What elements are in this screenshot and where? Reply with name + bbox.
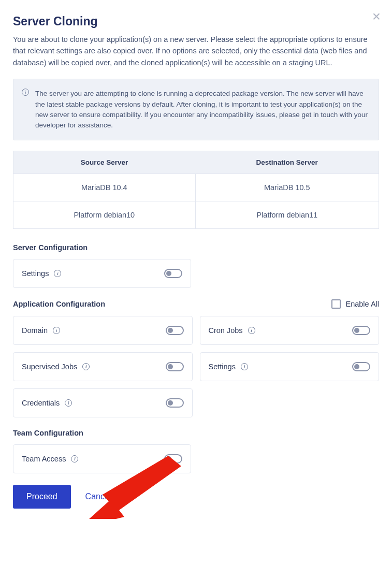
domain-label: Domain — [22, 326, 48, 335]
header-source: Source Server — [13, 151, 196, 174]
server-settings-card: Settings i — [13, 259, 191, 288]
info-icon[interactable]: i — [71, 455, 78, 462]
info-icon[interactable]: i — [82, 363, 90, 370]
app-settings-card: Settings i — [200, 352, 380, 381]
warning-panel: i The server you are attempting to clone… — [13, 79, 379, 140]
team-config-heading: Team Configuration — [13, 429, 379, 437]
domain-card: Domain i — [13, 316, 193, 345]
cron-jobs-label: Cron Jobs — [209, 326, 243, 335]
app-settings-toggle[interactable] — [352, 362, 370, 371]
credentials-toggle[interactable] — [166, 398, 184, 408]
info-icon: i — [22, 89, 29, 96]
comparison-table: Source Server Destination Server MariaDB… — [13, 151, 379, 229]
page-title: Server Cloning — [13, 15, 379, 28]
enable-all-label: Enable All — [346, 300, 380, 308]
info-icon[interactable]: i — [241, 363, 248, 370]
supervised-jobs-card: Supervised Jobs i — [13, 352, 193, 381]
info-icon[interactable]: i — [65, 399, 72, 407]
credentials-label: Credentials — [22, 399, 60, 407]
warning-text: The server you are attempting to clone i… — [35, 89, 369, 131]
team-access-label: Team Access — [22, 455, 66, 463]
table-row: Platform debian10 Platform debian11 — [13, 201, 379, 229]
app-config-heading: Application Configuration — [13, 300, 105, 308]
checkbox-icon — [331, 299, 341, 309]
close-icon[interactable]: × — [372, 9, 381, 24]
proceed-button[interactable]: Proceed — [13, 485, 71, 509]
cron-jobs-toggle[interactable] — [352, 326, 370, 335]
table-row: MariaDB 10.4 MariaDB 10.5 — [13, 174, 379, 201]
cell-source: Platform debian10 — [13, 201, 196, 229]
server-settings-toggle[interactable] — [164, 269, 182, 278]
team-access-toggle[interactable] — [164, 454, 182, 464]
server-settings-label: Settings — [22, 269, 49, 278]
cell-source: MariaDB 10.4 — [13, 174, 196, 201]
info-icon[interactable]: i — [53, 327, 60, 334]
cancel-button[interactable]: Cancel — [85, 492, 111, 501]
cron-jobs-card: Cron Jobs i — [200, 316, 380, 345]
cell-destination: Platform debian11 — [195, 201, 379, 229]
app-settings-label: Settings — [209, 363, 236, 371]
enable-all-checkbox[interactable]: Enable All — [331, 299, 380, 309]
credentials-card: Credentials i — [13, 388, 193, 417]
domain-toggle[interactable] — [166, 326, 184, 335]
supervised-jobs-toggle[interactable] — [166, 362, 184, 371]
supervised-jobs-label: Supervised Jobs — [22, 363, 77, 371]
info-icon[interactable]: i — [54, 270, 61, 277]
server-config-heading: Server Configuration — [13, 243, 379, 252]
header-destination: Destination Server — [195, 151, 379, 174]
page-subtitle: You are about to clone your application(… — [13, 34, 379, 68]
info-icon[interactable]: i — [248, 327, 255, 334]
team-access-card: Team Access i — [13, 444, 191, 473]
cell-destination: MariaDB 10.5 — [195, 174, 379, 201]
